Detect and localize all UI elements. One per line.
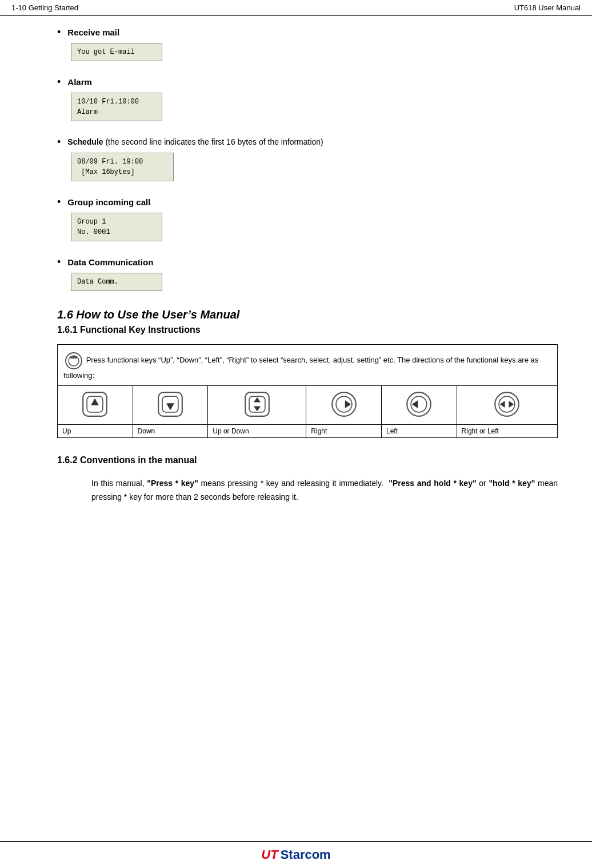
key-updown-cell xyxy=(208,386,306,425)
logo-starcom: Starcom xyxy=(281,847,331,862)
table-intro-text: Press functional keys “Up”, “Down”, “Lef… xyxy=(63,356,538,380)
key-updown-icon xyxy=(242,389,272,419)
page-header: 1-10 Getting Started UT618 User Manual xyxy=(0,0,592,16)
key-label-down: Down xyxy=(133,425,208,438)
conventions-section: In this manual, "Press * key" means pres… xyxy=(57,477,558,504)
bullet-data-comm: • Data Communication Data Comm. xyxy=(57,257,558,291)
bullet-header-alarm: • Alarm xyxy=(57,77,558,88)
bullet-dot-group: • xyxy=(57,196,61,208)
logo-ut: UT xyxy=(261,847,278,862)
main-content: • Receive mail You got E-mail • Alarm 10… xyxy=(0,16,592,550)
bullet-title-group: Group incoming call xyxy=(67,197,150,207)
lcd-group: Group 1No. 0001 xyxy=(71,213,162,241)
lcd-data-comm: Data Comm. xyxy=(71,273,162,291)
bullet-title-alarm: Alarm xyxy=(67,77,92,87)
section-1-6: 1.6 How to Use the User’s Manual 1.6.1 F… xyxy=(57,308,558,504)
bullet-alarm: • Alarm 10/10 Fri.10:00Alarm xyxy=(57,77,558,121)
page-footer: UT Starcom xyxy=(0,841,592,868)
key-down-cell xyxy=(133,386,208,425)
header-right: UT618 User Manual xyxy=(514,3,581,12)
bullet-header-receive-mail: • Receive mail xyxy=(57,27,558,38)
svg-point-0 xyxy=(66,353,82,369)
bullet-dot: • xyxy=(57,26,61,38)
key-icons-row xyxy=(58,386,558,425)
key-down-icon xyxy=(155,389,185,419)
bullet-schedule: • Schedule (the second line indicates th… xyxy=(57,137,558,181)
key-up-icon xyxy=(80,389,110,419)
key-right-cell xyxy=(306,386,382,425)
bullet-header-data-comm: • Data Communication xyxy=(57,257,558,268)
key-label-right: Right xyxy=(306,425,382,438)
bullet-title-data-comm: Data Communication xyxy=(67,257,153,267)
key-rightleft-cell xyxy=(457,386,557,425)
key-label-up: Up xyxy=(58,425,133,438)
key-label-left: Left xyxy=(381,425,457,438)
key-right-icon xyxy=(329,389,359,419)
bullet-dot-schedule: • xyxy=(57,136,61,148)
bullet-title-receive-mail: Receive mail xyxy=(67,27,119,37)
svg-marker-12 xyxy=(254,406,261,411)
lcd-receive-mail: You got E-mail xyxy=(71,43,162,61)
svg-marker-22 xyxy=(500,401,505,408)
table-intro-row: Press functional keys “Up”, “Down”, “Lef… xyxy=(58,345,558,386)
key-left-icon xyxy=(404,389,434,419)
bullet-receive-mail: • Receive mail You got E-mail xyxy=(57,27,558,61)
key-up-cell xyxy=(58,386,133,425)
bullet-group-incoming: • Group incoming call Group 1No. 0001 xyxy=(57,197,558,241)
svg-marker-15 xyxy=(345,400,350,408)
footer-logo: UT Starcom xyxy=(261,847,330,862)
bullet-dot-data-comm: • xyxy=(57,256,61,268)
svg-marker-11 xyxy=(254,397,261,403)
key-rightleft-icon xyxy=(492,389,522,419)
svg-marker-18 xyxy=(412,400,418,408)
svg-marker-8 xyxy=(166,403,174,410)
bullet-header-group: • Group incoming call xyxy=(57,197,558,208)
svg-marker-5 xyxy=(91,399,99,405)
bullet-header-schedule: • Schedule (the second line indicates th… xyxy=(57,137,558,148)
svg-marker-21 xyxy=(509,401,514,408)
intro-key-icon xyxy=(63,351,84,371)
key-label-rightleft: Right or Left xyxy=(457,425,557,438)
bullet-title-schedule: Schedule (the second line indicates the … xyxy=(67,137,323,146)
lcd-alarm: 10/10 Fri.10:00Alarm xyxy=(71,93,162,121)
table-intro-cell: Press functional keys “Up”, “Down”, “Lef… xyxy=(58,345,558,386)
key-labels-row: Up Down Up or Down Right Left Right or L… xyxy=(58,425,558,438)
lcd-schedule: 08/09 Fri. 19:00 [Max 16bytes] xyxy=(71,153,174,181)
sub-heading-1-6-1: 1.6.1 Functional Key Instructions xyxy=(57,325,558,335)
key-left-cell xyxy=(381,386,457,425)
header-left: 1-10 Getting Started xyxy=(11,3,78,12)
functional-key-table: Press functional keys “Up”, “Down”, “Lef… xyxy=(57,344,558,438)
conventions-text: In this manual, "Press * key" means pres… xyxy=(91,477,558,504)
section-1-6-heading: 1.6 How to Use the User’s Manual xyxy=(57,308,558,321)
sub-heading-1-6-2: 1.6.2 Conventions in the manual xyxy=(57,455,558,465)
key-label-updown: Up or Down xyxy=(208,425,306,438)
svg-rect-2 xyxy=(70,356,77,359)
bullet-dot-alarm: • xyxy=(57,76,61,88)
